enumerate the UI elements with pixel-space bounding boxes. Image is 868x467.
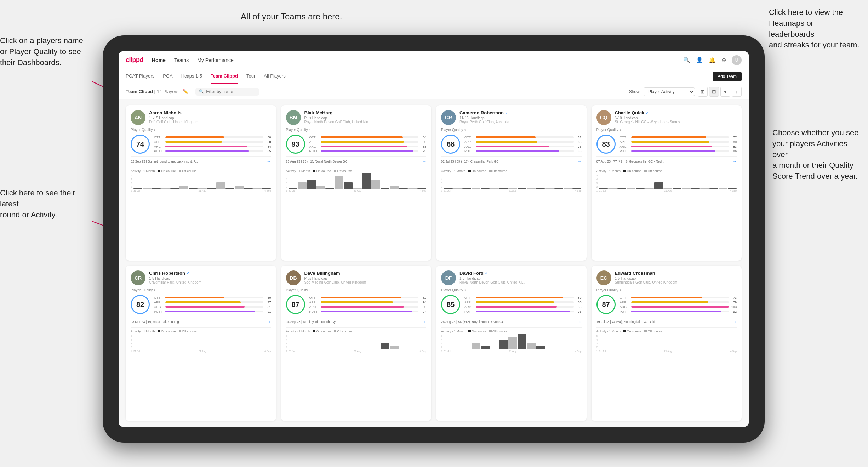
round-arrow-icon: → xyxy=(267,159,271,164)
quality-content[interactable]: 83 OTT 77 APP 80 ARG 83 PUT xyxy=(596,135,737,154)
chart-bars xyxy=(133,349,271,349)
chart-x-labels: 31 Jul21 Aug4 Sep xyxy=(599,189,737,192)
filter-button[interactable]: ▼ xyxy=(720,87,730,97)
player-card[interactable]: CR Cameron Robertson ✓ 11-15 Handicap Ro… xyxy=(436,105,587,261)
notification-icon[interactable]: 🔔 xyxy=(709,57,716,63)
card-header: BM Blair McHarg Plus Handicap Royal Nort… xyxy=(286,110,427,125)
score-circle[interactable]: 87 xyxy=(286,295,305,314)
avatar[interactable]: U xyxy=(732,55,742,65)
edit-icon[interactable]: ✏️ xyxy=(183,89,188,94)
quality-content[interactable]: 87 OTT 82 APP 74 ARG 85 PUT xyxy=(286,295,427,314)
quality-content[interactable]: 85 OTT 89 APP 80 ARG 83 PUT xyxy=(441,295,582,314)
score-circle[interactable]: 93 xyxy=(286,135,305,154)
add-team-button[interactable]: Add Team xyxy=(713,72,742,81)
player-club: Drift Golf Club, United Kingdom xyxy=(149,120,271,124)
tab-hcaps[interactable]: Hcaps 1-5 xyxy=(181,69,202,84)
player-name[interactable]: Chris Robertson ✓ xyxy=(149,270,271,276)
stat-arg: ARG 75 xyxy=(464,145,582,148)
score-circle[interactable]: 82 xyxy=(131,295,150,314)
quality-content[interactable]: 93 OTT 84 APP 85 ARG 88 PUT xyxy=(286,135,427,154)
latest-round[interactable]: 07 Aug 23 | 77 (+7), St George's Hill GC… xyxy=(596,156,737,164)
grid-view-button[interactable]: ⊞ xyxy=(698,87,708,97)
chart-y-labels: 54321 xyxy=(131,174,133,192)
activity-header: Activity · 1 Month On course Off course xyxy=(286,330,427,333)
latest-round[interactable]: 04 Sep 23 | Mobility with coach, Gym → xyxy=(286,317,427,324)
player-card[interactable]: DB Dave Billingham Plus Handicap Sog Mag… xyxy=(281,266,432,421)
score-circle[interactable]: 74 xyxy=(131,135,150,154)
annotation-top-center: All of your Teams are here. xyxy=(241,11,342,23)
nav-teams[interactable]: Teams xyxy=(174,57,189,63)
search-box[interactable]: 🔍 xyxy=(195,88,259,96)
card-view-button[interactable]: ⊟ xyxy=(709,87,719,97)
quality-content[interactable]: 87 OTT 73 APP 79 ARG 103 PU xyxy=(596,295,737,314)
tab-pgat-players[interactable]: PGAT Players xyxy=(126,69,154,84)
player-card[interactable]: CR Chris Robertson ✓ 1-5 Handicap Craigm… xyxy=(126,266,276,421)
stat-arg: ARG 81 xyxy=(154,305,271,309)
tab-team-clippd[interactable]: Team Clippd xyxy=(211,69,238,84)
quality-label: Player Quality ℹ xyxy=(286,288,427,292)
annotation-top-right: Click here to view the Heatmaps or leade… xyxy=(769,7,861,51)
player-name[interactable]: Dave Billingham xyxy=(304,270,427,276)
search-icon[interactable]: 🔍 xyxy=(683,57,690,63)
chart-y-labels: 54321 xyxy=(441,335,443,352)
quality-content[interactable]: 68 OTT 61 APP 63 ARG 75 PUT xyxy=(441,135,582,154)
chart-y-labels: 54321 xyxy=(131,335,133,352)
player-card[interactable]: DF David Ford ✓ 1-5 Handicap Royal North… xyxy=(436,266,587,421)
chart-y-labels: 54321 xyxy=(596,174,599,192)
latest-round[interactable]: 19 Jul 23 | 74 (+4), Sunningdale GC - Ol… xyxy=(596,317,737,324)
logo[interactable]: clippd xyxy=(126,56,143,64)
settings-icon[interactable]: ⊕ xyxy=(721,57,726,63)
player-avatar: CR xyxy=(131,270,145,285)
activity-header: Activity · 1 Month On course Off course xyxy=(286,169,427,173)
player-name[interactable]: Blair McHarg xyxy=(304,110,427,115)
ipad-frame: clippd Home Teams My Performance 🔍 👤 🔔 ⊕… xyxy=(103,35,765,443)
tab-all-players[interactable]: All Players xyxy=(264,69,285,84)
activity-header: Activity · 1 Month On course Off course xyxy=(596,330,737,333)
verified-icon: ✓ xyxy=(646,111,649,115)
score-circle[interactable]: 68 xyxy=(441,135,460,154)
latest-round[interactable]: 02 Sep 23 | Sunset round to get back int… xyxy=(131,156,271,164)
round-arrow-icon: → xyxy=(732,319,737,324)
latest-round[interactable]: 02 Jul 23 | 59 (+17), Craigmillar Park G… xyxy=(441,156,582,164)
activity-header: Activity · 1 Month On course Off course xyxy=(441,330,582,333)
player-name[interactable]: Aaron Nicholls xyxy=(149,110,271,115)
activity-section: Activity · 1 Month On course Off course … xyxy=(131,167,271,192)
stat-putt: PUTT 85 xyxy=(464,149,582,153)
show-select[interactable]: Player Activity Quality Score Trend xyxy=(644,87,695,96)
player-card[interactable]: BM Blair McHarg Plus Handicap Royal Nort… xyxy=(281,105,432,261)
card-header: AN Aaron Nicholls 11-15 Handicap Drift G… xyxy=(131,110,271,125)
player-handicap: 6-10 Handicap xyxy=(615,116,737,120)
player-info: David Ford ✓ 1-5 Handicap Royal North De… xyxy=(459,270,582,284)
nav-home[interactable]: Home xyxy=(152,57,166,63)
nav-my-performance[interactable]: My Performance xyxy=(197,57,234,63)
player-name[interactable]: David Ford ✓ xyxy=(459,270,582,276)
profile-icon[interactable]: 👤 xyxy=(696,57,703,63)
score-circle[interactable]: 87 xyxy=(596,295,616,314)
player-name[interactable]: Cameron Robertson ✓ xyxy=(459,110,582,115)
quality-content[interactable]: 82 OTT 60 APP 77 ARG 81 PUT xyxy=(131,295,271,314)
score-circle[interactable]: 83 xyxy=(596,135,616,154)
sort-button[interactable]: ↕ xyxy=(732,87,742,97)
ipad-screen: clippd Home Teams My Performance 🔍 👤 🔔 ⊕… xyxy=(119,51,749,427)
player-card[interactable]: AN Aaron Nicholls 11-15 Handicap Drift G… xyxy=(126,105,276,261)
search-input[interactable] xyxy=(206,89,256,94)
round-arrow-icon: → xyxy=(577,159,582,164)
tab-tour[interactable]: Tour xyxy=(246,69,255,84)
stat-ott: OTT 77 xyxy=(620,136,737,139)
activity-section: Activity · 1 Month On course Off course … xyxy=(131,327,271,352)
player-avatar: DB xyxy=(286,270,301,285)
player-name[interactable]: Edward Crossman xyxy=(615,270,737,276)
latest-round[interactable]: 26 Aug 23 | 73 (+1), Royal North Devon G… xyxy=(286,156,427,164)
player-card[interactable]: EC Edward Crossman 1-5 Handicap Sunningd… xyxy=(592,266,742,421)
player-card[interactable]: CQ Charlie Quick ✓ 6-10 Handicap St. Geo… xyxy=(592,105,742,261)
quality-content[interactable]: 74 OTT 60 APP 58 ARG 84 PUT xyxy=(131,135,271,154)
player-info: Chris Robertson ✓ 1-5 Handicap Craigmill… xyxy=(149,270,271,284)
quality-label: Player Quality ℹ xyxy=(596,128,737,132)
player-club: Royal North Devon Golf Club, United Kil.… xyxy=(459,280,582,284)
latest-round[interactable]: 26 Aug 23 | 84 (+12), Royal North Devon … xyxy=(441,317,582,324)
latest-round[interactable]: 03 Mar 23 | 19, Must make putting → xyxy=(131,317,271,324)
score-circle[interactable]: 85 xyxy=(441,295,460,314)
card-header: DB Dave Billingham Plus Handicap Sog Mag… xyxy=(286,270,427,285)
player-name[interactable]: Charlie Quick ✓ xyxy=(615,110,737,115)
tab-pga[interactable]: PGA xyxy=(163,69,172,84)
